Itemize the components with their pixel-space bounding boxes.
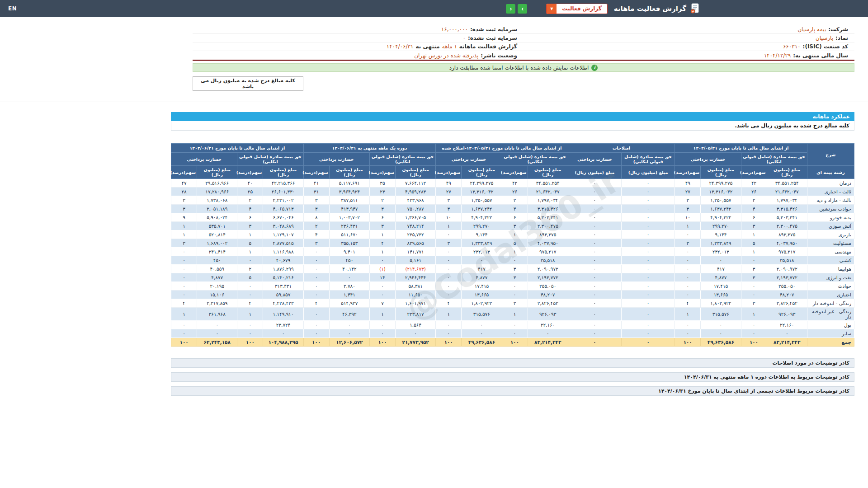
value-cell: ۱ xyxy=(171,230,197,239)
comment-box-cumulative-title: کادر توضیحات مربوط اطلاعات تجمعی از ابتد… xyxy=(171,386,854,396)
value-cell: ۰ xyxy=(568,256,621,265)
value-cell: ۳ xyxy=(369,222,395,230)
value-cell: ۲ xyxy=(303,222,329,230)
value-cell: ۰ xyxy=(197,329,237,338)
value-cell: ۹۲۶,۰۹۳ xyxy=(528,308,568,321)
value-cell: ۰ xyxy=(568,329,621,338)
value-cell: ۴ xyxy=(303,230,329,239)
chevron-down-icon[interactable]: ▼ xyxy=(547,4,557,14)
value-cell: ۲۸ xyxy=(171,188,197,196)
report-type-dropdown[interactable]: گزارش فعالیت ▼ xyxy=(546,4,607,14)
value-cell: ۰ xyxy=(171,256,197,265)
value-cell: ۱۰۰ xyxy=(237,338,263,347)
value-cell: ۴,۸۷۷,۵۱۵ xyxy=(263,239,303,248)
value-cell: ۳ xyxy=(237,222,263,230)
insurance-line-label: مهندسی xyxy=(807,248,854,256)
value-cell: ۰ xyxy=(237,282,263,291)
value-cell: ۵,۹۰۸,۰۲۴ xyxy=(197,213,237,222)
nav-right-button[interactable]: › xyxy=(518,4,527,14)
insurance-line-label: نفت و انرژی xyxy=(807,273,854,282)
value-cell: ۴۹,۶۳۶,۵۸۶ xyxy=(701,338,741,347)
info-row-unregistered-capital: سرمایه ثبت نشده: ۰ xyxy=(193,34,524,42)
claims-subheader: خسارت پرداختی xyxy=(303,153,369,166)
value-cell: ۰ xyxy=(568,265,621,273)
table-row: آتش سوزی۲,۳۰۰,۴۷۵۳۲۹۹,۲۷۰۱۰۰۲,۳۰۰,۴۷۵۳۲۹… xyxy=(171,222,854,230)
claims-subheader: خسارت پرداختی xyxy=(171,153,237,166)
value-cell: ۰ xyxy=(568,230,621,239)
value-cell: ۰ xyxy=(303,329,329,338)
value-cell: ۰ xyxy=(568,299,621,308)
insurance-line-label: ثالث - مازاد و دیه xyxy=(807,196,854,205)
value-cell: ۰ xyxy=(568,188,621,196)
value-cell: ۳ xyxy=(502,265,528,273)
insurance-line-label: ثالث - اجباری xyxy=(807,188,854,196)
insurance-line-label: پول xyxy=(807,321,854,329)
value-cell: ۴۱۳,۹۴۷ xyxy=(329,205,369,213)
value-cell: ۱,۱۱۶,۹۸۸ xyxy=(263,248,303,256)
value-cell: ۰ xyxy=(171,265,197,273)
value-cell: ۰ xyxy=(622,329,675,338)
value-cell: ۰ xyxy=(622,205,675,213)
value-cell: ۳ xyxy=(303,196,329,205)
value-cell: ۲۴۱,۴۱۴ xyxy=(197,248,237,256)
value-cell: ۳ xyxy=(741,299,767,308)
value-cell: ۳ xyxy=(171,239,197,248)
claims-subheader: خسارت پرداختی xyxy=(436,153,502,166)
value-cell: ۲۵ xyxy=(237,188,263,196)
value-cell: ۱۰ xyxy=(436,213,462,222)
company-info-right-column: شرکت: بیمه پارسیان نماد: پارسیان کد صنعت… xyxy=(524,25,854,60)
value-cell: ۴۰ xyxy=(237,179,263,188)
nav-left-button[interactable]: ‹ xyxy=(506,4,515,14)
signature-match-notice: i اطلاعات نمایش داده شده با اطلاعات امضا… xyxy=(193,63,854,72)
value-cell: ۱,۴۴۱ xyxy=(329,291,369,299)
value-cell: ۴,۸۷۷ xyxy=(462,273,502,282)
value-cell: ۱,۷۹۷,۰۳۴ xyxy=(528,196,568,205)
value-cell: ۱,۵۶۴ xyxy=(396,321,436,329)
value-cell: ۰ xyxy=(568,213,621,222)
language-toggle[interactable]: EN xyxy=(8,5,17,12)
table-row: بدنه خودرو۵,۳۰۳,۳۴۱۶۴,۹۰۴,۳۲۲۱۰۰۰۵,۳۰۳,۳… xyxy=(171,213,854,222)
value-cell: ۰ xyxy=(622,321,675,329)
value-cell: ۰ xyxy=(741,329,767,338)
value-cell: ۶ xyxy=(237,213,263,222)
value-cell: ۴۹ xyxy=(436,179,462,188)
report-type-label[interactable]: گزارش فعالیت xyxy=(557,4,607,14)
insurance-line-label: زندگی - اندوخته دار xyxy=(807,299,854,308)
value-cell: ۳۴,۵۵۱,۲۵۴ xyxy=(528,179,568,188)
claims-subheader: خسارت پرداختی xyxy=(568,153,621,166)
value-cell: ۰ xyxy=(237,321,263,329)
table-row: زندگی - اندوخته دار۲,۸۲۶,۴۵۲۳۱,۸۰۲,۹۲۲۴۰… xyxy=(171,299,854,308)
value-cell: ۲۳۶,۴۳۱ xyxy=(329,222,369,230)
value-cell: ۳ xyxy=(675,205,701,213)
value-cell: ۴۱۷ xyxy=(701,265,741,273)
value-cell: ۳ xyxy=(369,205,395,213)
value-cell: ۳ xyxy=(502,222,528,230)
value-cell: ۳ xyxy=(502,273,528,282)
value-cell: ۰ xyxy=(171,329,197,338)
value-cell: ۱۰۰ xyxy=(741,338,767,347)
value-cell: ۵,۱۴۰,۲۱۶ xyxy=(263,273,303,282)
value-cell: ۰ xyxy=(568,308,621,321)
insurance-line-label: بدنه خودرو xyxy=(807,213,854,222)
table-row: حوادث۲۵۵,۰۵۰۰۱۷,۴۱۵۰۰۰۲۵۵,۰۵۰۰۱۷,۴۱۵۰۵۸,… xyxy=(171,282,854,291)
desc-column-header: شرح xyxy=(807,144,854,166)
info-row-issuer-status: وضعیت ناشر: پذیرفته شده در بورس تهران xyxy=(193,51,524,60)
value-cell: ۰ xyxy=(436,273,462,282)
value-cell: ۲۹۹,۲۷۰ xyxy=(701,222,741,230)
value-cell: ۲۴,۳۹۹,۲۷۵ xyxy=(701,179,741,188)
value-cell: ۱۴۱,۷۷۱ xyxy=(396,248,436,256)
value-cell: ۶ xyxy=(502,213,528,222)
value-cell: ۴۲ xyxy=(741,179,767,188)
value-cell: ۴۲,۲۱۵,۳۶۶ xyxy=(263,179,303,188)
value-cell: ۵۱۱,۶۷۰ xyxy=(329,230,369,239)
value-cell: ۱ xyxy=(237,248,263,256)
value-cell: ۲۳۵,۷۳۲ xyxy=(396,230,436,239)
value-cell: ۰ xyxy=(741,282,767,291)
company-info-left-column: سرمایه ثبت شده: ۱۶,۰۰۰,۰۰۰ سرمایه ثبت نش… xyxy=(193,25,524,60)
value-cell: ۹,۱۴۴ xyxy=(701,230,741,239)
value-cell: ۰ xyxy=(675,329,701,338)
value-cell: ۱۴ xyxy=(369,273,395,282)
value-cell: ۷,۶۶۴,۱۱۲ xyxy=(396,179,436,188)
info-label: شرکت: xyxy=(828,26,848,33)
value-cell: ۲۱,۷۷۳,۹۵۲ xyxy=(396,338,436,347)
